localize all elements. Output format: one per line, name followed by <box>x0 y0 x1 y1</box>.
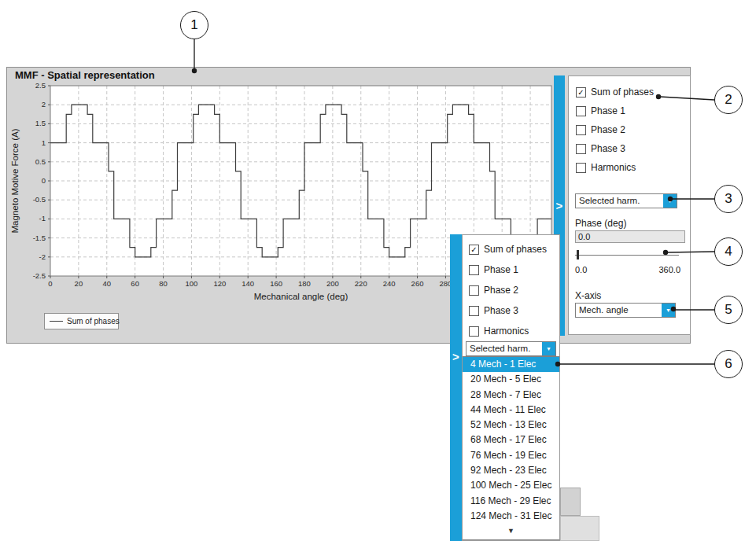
y-axis-label: Magneto Motive Force (A) <box>10 128 20 233</box>
checkbox-unchecked-icon[interactable] <box>576 144 586 154</box>
checkbox-unchecked-icon[interactable] <box>469 265 479 275</box>
checkbox-label: Sum of phases <box>591 86 654 98</box>
background-fragment <box>560 488 581 516</box>
harmonic-select[interactable]: Selected harm. ▼ <box>466 341 556 356</box>
harmonic-options: 4 Mech - 1 Elec20 Mech - 5 Elec28 Mech -… <box>463 357 559 524</box>
harmonic-option[interactable]: 20 Mech - 5 Elec <box>463 372 559 387</box>
slider-track <box>575 255 679 256</box>
legend-label: Sum of phases <box>67 317 120 326</box>
svg-text:2.5: 2.5 <box>35 81 46 90</box>
checkbox-label: Phase 3 <box>591 143 625 154</box>
scroll-down-icon[interactable]: ▼ <box>463 524 559 538</box>
checkbox-phase-2[interactable]: Phase 2 <box>569 120 690 139</box>
xaxis-select-value: Mech. angle <box>576 304 662 317</box>
svg-text:-0.5: -0.5 <box>33 195 46 204</box>
harmonic-dropdown-list: 4 Mech - 1 Elec20 Mech - 5 Elec28 Mech -… <box>463 356 559 540</box>
plot-controls-panel-expanded: ✓Sum of phasesPhase 1Phase 2Phase 3Harmo… <box>462 234 560 541</box>
checkbox-unchecked-icon[interactable] <box>576 106 586 116</box>
svg-text:2: 2 <box>42 100 46 109</box>
harmonic-select-value: Selected harm. <box>576 194 663 208</box>
checkbox-unchecked-icon[interactable] <box>576 163 586 173</box>
plot-controls-panel: ✓Sum of phasesPhase 1Phase 2Phase 3Harmo… <box>568 75 691 335</box>
harmonic-select[interactable]: Selected harm. ▼ <box>575 193 677 208</box>
phase-slider[interactable] <box>575 249 679 260</box>
svg-text:20: 20 <box>75 279 83 288</box>
callout-4: 4 <box>714 237 743 266</box>
phase-field-label: Phase (deg) <box>575 218 626 229</box>
checkbox-label: Harmonics <box>484 326 529 337</box>
x-axis-label: Mechanical angle (deg) <box>254 292 348 301</box>
harmonic-option[interactable]: 100 Mech - 25 Elec <box>463 478 559 493</box>
svg-text:-2: -2 <box>39 252 46 261</box>
checkbox-unchecked-icon[interactable] <box>576 125 586 135</box>
svg-text:240: 240 <box>383 279 396 288</box>
dropdown-arrow-icon[interactable]: ▼ <box>542 342 555 355</box>
legend-line-sample <box>50 321 63 322</box>
svg-text:-1: -1 <box>39 214 46 223</box>
chevron-right-icon: > <box>452 351 459 363</box>
checkbox-unchecked-icon[interactable] <box>469 285 479 296</box>
svg-text:60: 60 <box>131 279 139 288</box>
checkbox-phase-3[interactable]: Phase 3 <box>569 139 690 158</box>
svg-text:180: 180 <box>298 279 311 288</box>
checkbox-phase-3[interactable]: Phase 3 <box>463 300 559 321</box>
figure-canvas: MMF - Spatial representation 02040608010… <box>0 0 756 541</box>
harmonic-select-value: Selected harm. <box>467 342 542 355</box>
checkbox-phase-2[interactable]: Phase 2 <box>463 280 559 300</box>
callout-2: 2 <box>714 86 743 114</box>
dropdown-arrow-icon[interactable]: ▼ <box>662 304 675 317</box>
checkbox-harmonics[interactable]: Harmonics <box>569 158 690 177</box>
slider-range-labels: 0.0 360.0 <box>575 265 680 274</box>
callout-1: 1 <box>180 11 208 39</box>
harmonic-option[interactable]: 28 Mech - 7 Elec <box>463 388 559 403</box>
harmonic-option[interactable]: 124 Mech - 31 Elec <box>463 509 559 524</box>
svg-text:100: 100 <box>186 279 198 288</box>
harmonic-option[interactable]: 92 Mech - 23 Elec <box>463 463 559 478</box>
chevron-right-icon: > <box>556 200 563 212</box>
checkbox-checked-icon[interactable]: ✓ <box>576 87 586 98</box>
callout-3: 3 <box>714 185 743 213</box>
svg-text:40: 40 <box>102 279 111 288</box>
checkbox-label: Sum of phases <box>484 244 547 255</box>
mmf-window: MMF - Spatial representation 02040608010… <box>6 67 691 344</box>
checkbox-sum-of-phases[interactable]: ✓Sum of phases <box>463 239 559 259</box>
checkbox-phase-1[interactable]: Phase 1 <box>569 101 690 120</box>
svg-text:140: 140 <box>242 279 254 288</box>
xaxis-select[interactable]: Mech. angle ▼ <box>575 303 676 318</box>
svg-text:160: 160 <box>270 279 282 288</box>
checkbox-checked-icon[interactable]: ✓ <box>469 245 479 255</box>
chart-legend: Sum of phases <box>44 313 119 329</box>
harmonic-option[interactable]: 116 Mech - 29 Elec <box>463 494 559 509</box>
harmonic-option[interactable]: 76 Mech - 19 Elec <box>463 448 559 463</box>
svg-text:220: 220 <box>355 279 367 288</box>
slider-handle[interactable] <box>577 250 579 259</box>
checkbox-unchecked-icon[interactable] <box>469 306 479 316</box>
phase-checkbox-group: ✓Sum of phasesPhase 1Phase 2Phase 3Harmo… <box>463 239 559 341</box>
svg-text:120: 120 <box>213 279 226 288</box>
checkbox-label: Phase 1 <box>484 264 518 275</box>
harmonic-option[interactable]: 52 Mech - 13 Elec <box>463 418 559 432</box>
xaxis-field-label: X-axis <box>575 290 601 301</box>
harmonic-option[interactable]: 4 Mech - 1 Elec <box>463 357 559 372</box>
phase-input[interactable] <box>575 230 685 243</box>
checkbox-sum-of-phases[interactable]: ✓Sum of phases <box>569 83 690 101</box>
dropdown-arrow-icon[interactable]: ▼ <box>663 194 677 208</box>
callout-5: 5 <box>714 296 743 324</box>
callout-6: 6 <box>714 350 743 378</box>
svg-text:200: 200 <box>326 279 339 288</box>
harmonic-option[interactable]: 44 Mech - 11 Elec <box>463 403 559 418</box>
slider-max-label: 360.0 <box>658 265 680 274</box>
checkbox-unchecked-icon[interactable] <box>469 326 479 337</box>
phase-checkbox-group: ✓Sum of phasesPhase 1Phase 2Phase 3Harmo… <box>569 83 690 177</box>
popup-collapse-bar[interactable]: > <box>450 234 462 541</box>
checkbox-label: Phase 1 <box>591 105 625 116</box>
harmonic-option[interactable]: 68 Mech - 17 Elec <box>463 432 559 447</box>
checkbox-harmonics[interactable]: Harmonics <box>463 321 559 341</box>
checkbox-label: Harmonics <box>591 162 636 173</box>
checkbox-label: Phase 3 <box>484 305 518 316</box>
svg-text:80: 80 <box>159 279 168 288</box>
checkbox-label: Phase 2 <box>591 124 625 135</box>
checkbox-phase-1[interactable]: Phase 1 <box>463 259 559 280</box>
slider-min-label: 0.0 <box>575 265 587 274</box>
svg-text:-2.5: -2.5 <box>33 271 46 280</box>
